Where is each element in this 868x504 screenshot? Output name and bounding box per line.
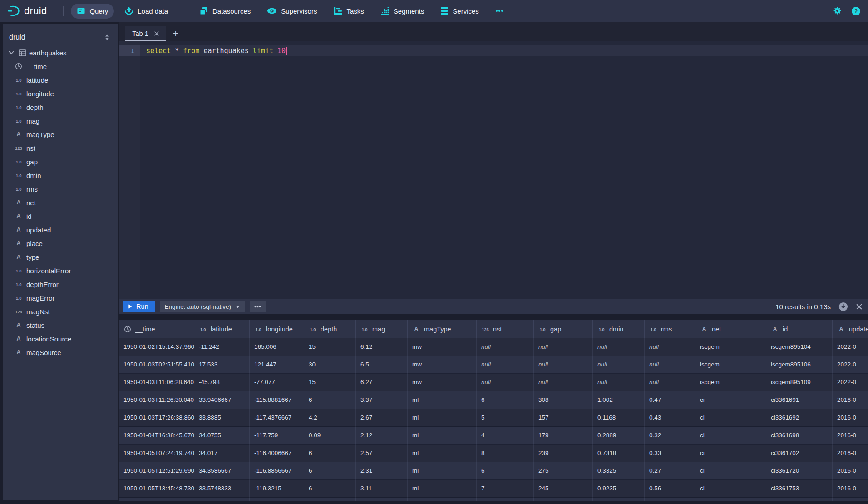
table-cell[interactable]: mw <box>408 356 477 374</box>
table-cell[interactable]: -116.8856667 <box>250 462 304 480</box>
table-cell[interactable]: 30 <box>304 356 356 374</box>
nav-item-supervisors[interactable]: Supervisors <box>261 3 323 19</box>
table-cell[interactable]: mw <box>408 338 477 356</box>
table-row[interactable]: 1950-01-03T17:26:38.860Z 33.8885 -117.43… <box>119 409 868 427</box>
table-row[interactable] <box>119 498 868 501</box>
table-cell[interactable]: 239 <box>534 445 593 462</box>
nav-item-load-data[interactable]: Load data <box>118 3 174 19</box>
sidebar-column-latitude[interactable]: 1.0 latitude <box>3 73 118 87</box>
table-cell[interactable]: null <box>534 338 593 356</box>
table-cell[interactable]: null <box>534 374 593 391</box>
table-cell[interactable]: 1950-01-04T16:38:45.670Z <box>119 427 194 445</box>
table-cell[interactable] <box>534 498 593 501</box>
table-cell[interactable]: 121.447 <box>250 356 304 374</box>
table-cell[interactable]: -45.798 <box>194 374 250 391</box>
table-cell[interactable]: 0.09 <box>304 427 356 445</box>
table-cell[interactable]: 5 <box>477 409 534 427</box>
table-cell[interactable]: 6 <box>304 462 356 480</box>
sidebar-column-__time[interactable]: __time <box>3 59 118 73</box>
table-cell[interactable]: 6 <box>477 462 534 480</box>
table-cell[interactable] <box>477 498 534 501</box>
table-cell[interactable]: null <box>645 338 695 356</box>
table-cell[interactable] <box>194 498 250 501</box>
column-header-rms[interactable]: 1.0 rms <box>645 320 695 338</box>
table-cell[interactable]: 15 <box>304 374 356 391</box>
nav-item-datasources[interactable]: Datasources <box>193 3 256 19</box>
table-cell[interactable]: ml <box>408 427 477 445</box>
chevron-down-icon[interactable] <box>7 49 15 56</box>
table-cell[interactable]: 0.1168 <box>593 409 645 427</box>
table-cell[interactable]: 34.3586667 <box>194 462 250 480</box>
download-icon[interactable] <box>838 302 848 311</box>
table-cell[interactable]: null <box>593 356 645 374</box>
table-cell[interactable]: null <box>534 356 593 374</box>
table-cell[interactable]: 1950-01-03T11:06:28.640Z <box>119 374 194 391</box>
table-cell[interactable]: 2.67 <box>356 409 408 427</box>
table-cell[interactable]: 308 <box>534 391 593 409</box>
table-cell[interactable]: -116.4006667 <box>250 445 304 462</box>
table-cell[interactable]: 2016-0 <box>833 409 868 427</box>
column-header-latitude[interactable]: 1.0 latitude <box>194 320 250 338</box>
table-cell[interactable]: 2022-0 <box>833 356 868 374</box>
sidebar-column-type[interactable]: A type <box>3 250 118 264</box>
table-cell[interactable]: null <box>645 374 695 391</box>
table-cell[interactable]: 6 <box>304 445 356 462</box>
table-cell[interactable]: 6 <box>304 391 356 409</box>
table-cell[interactable]: 4.2 <box>304 409 356 427</box>
table-cell[interactable]: -115.8881667 <box>250 391 304 409</box>
table-cell[interactable]: iscgem <box>695 356 766 374</box>
table-row[interactable]: 1950-01-03T11:26:30.040Z 33.9406667 -115… <box>119 391 868 409</box>
table-cell[interactable] <box>250 498 304 501</box>
table-cell[interactable]: ml <box>408 462 477 480</box>
table-cell[interactable]: 1950-01-03T17:26:38.860Z <box>119 409 194 427</box>
table-cell[interactable]: 2.31 <box>356 462 408 480</box>
table-cell[interactable]: ci <box>695 480 766 498</box>
table-cell[interactable]: 0.9235 <box>593 480 645 498</box>
table-cell[interactable]: ci <box>695 391 766 409</box>
table-cell[interactable]: 2016-0 <box>833 462 868 480</box>
table-row[interactable]: 1950-01-05T07:24:19.740Z 34.017 -116.400… <box>119 445 868 462</box>
table-cell[interactable]: 2.57 <box>356 445 408 462</box>
table-cell[interactable]: 2016-0 <box>833 391 868 409</box>
sidebar-column-depthError[interactable]: 1.0 depthError <box>3 277 118 291</box>
sidebar-column-gap[interactable]: 1.0 gap <box>3 155 118 168</box>
query-more-button[interactable] <box>250 301 266 312</box>
table-cell[interactable]: 1950-01-05T12:51:29.690Z <box>119 462 194 480</box>
sql-query-line[interactable]: select * from earthquakes limit 10 <box>140 45 868 56</box>
table-cell[interactable] <box>356 498 408 501</box>
table-row[interactable]: 1950-01-05T13:45:48.730Z 33.5748333 -119… <box>119 480 868 498</box>
tab-close-icon[interactable] <box>154 31 159 36</box>
table-cell[interactable]: 1950-01-05T07:24:19.740Z <box>119 445 194 462</box>
table-row[interactable]: 1950-01-03T11:06:28.640Z -45.798 -77.077… <box>119 374 868 391</box>
table-cell[interactable]: 3.37 <box>356 391 408 409</box>
table-cell[interactable]: mw <box>408 374 477 391</box>
table-cell[interactable] <box>833 498 868 501</box>
table-cell[interactable]: 2.12 <box>356 427 408 445</box>
table-cell[interactable]: 1.002 <box>593 391 645 409</box>
table-cell[interactable]: 245 <box>534 480 593 498</box>
sidebar-column-locationSource[interactable]: A locationSource <box>3 332 118 346</box>
add-tab-button[interactable]: + <box>166 26 185 41</box>
table-cell[interactable]: 6.12 <box>356 338 408 356</box>
table-cell[interactable]: ci3361753 <box>766 480 833 498</box>
sidebar-column-dmin[interactable]: 1.0 dmin <box>3 168 118 182</box>
table-cell[interactable]: 0.43 <box>645 409 695 427</box>
column-header-gap[interactable]: 1.0 gap <box>534 320 593 338</box>
table-cell[interactable]: -117.759 <box>250 427 304 445</box>
sidebar-column-magType[interactable]: A magType <box>3 128 118 141</box>
sidebar-column-longitude[interactable]: 1.0 longitude <box>3 87 118 100</box>
table-cell[interactable]: 33.8885 <box>194 409 250 427</box>
table-cell[interactable]: 33.5748333 <box>194 480 250 498</box>
table-cell[interactable]: iscgem895104 <box>766 338 833 356</box>
table-cell[interactable]: ci <box>695 462 766 480</box>
nav-item-tasks[interactable]: Tasks <box>327 3 370 19</box>
table-cell[interactable]: -11.242 <box>194 338 250 356</box>
sidebar-column-net[interactable]: A net <box>3 196 118 209</box>
table-cell[interactable]: 2022-0 <box>833 374 868 391</box>
sidebar-table-earthquakes[interactable]: earthquakes <box>3 46 118 59</box>
table-cell[interactable]: 15 <box>304 338 356 356</box>
table-cell[interactable]: 0.56 <box>645 480 695 498</box>
table-cell[interactable]: 1950-01-02T15:14:37.960Z <box>119 338 194 356</box>
table-cell[interactable]: iscgem <box>695 374 766 391</box>
table-cell[interactable]: 6.27 <box>356 374 408 391</box>
